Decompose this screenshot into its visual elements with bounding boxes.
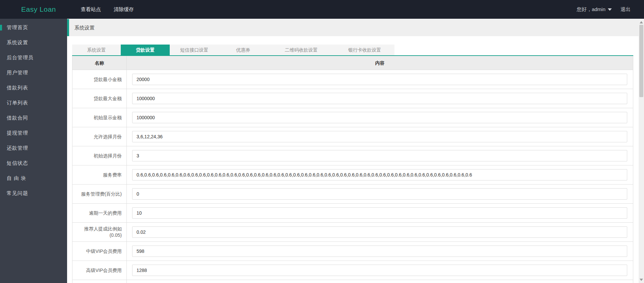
- row-value-cell: [127, 89, 633, 108]
- row-label: 初始显示金额: [72, 108, 127, 127]
- sidebar-item-label: 常见问题: [0, 190, 28, 197]
- table-row: [72, 280, 633, 283]
- table-row: 逾期一天的费用: [72, 204, 633, 223]
- sidebar-item-label: 借款合同: [0, 115, 28, 121]
- row-value-cell: [127, 185, 633, 203]
- table-row: 初始选择月份: [72, 146, 633, 165]
- table-row: 服务管理费(百分比): [72, 185, 633, 204]
- topbar: Easy Loan 查看站点清除缓存 您好，admin 退出: [0, 0, 644, 19]
- table-header-row: 名称 内容: [72, 56, 633, 70]
- row-value-input[interactable]: [132, 112, 627, 123]
- row-value-cell: [127, 261, 633, 280]
- sidebar-item-label: 借款列表: [0, 85, 28, 91]
- topbar-menu-item[interactable]: 查看站点: [81, 0, 101, 19]
- tab[interactable]: 优惠券: [219, 45, 268, 55]
- row-label: 服务管理费(百分比): [72, 185, 127, 203]
- sidebar-item[interactable]: 管理首页: [0, 20, 67, 35]
- sidebar-item[interactable]: 短信状态: [0, 156, 67, 171]
- row-value-cell: [127, 146, 633, 165]
- scrollbar-thumb[interactable]: [639, 25, 643, 97]
- tab[interactable]: 系统设置: [72, 45, 121, 55]
- topbar-menu: 查看站点清除缓存: [81, 0, 134, 19]
- table-body: 贷款最小金额 贷款最大金额 初始显示金额 允许选择月份 初始选择月份: [72, 70, 633, 283]
- row-label: 允许选择月份: [72, 127, 127, 146]
- sidebar-item[interactable]: 自 由 块: [0, 171, 67, 186]
- sidebar-item[interactable]: 系统设置: [0, 35, 67, 50]
- sidebar-item-label: 自 由 块: [0, 175, 26, 182]
- sidebar-item-label: 还款管理: [0, 145, 28, 151]
- sidebar-item[interactable]: 借款列表: [0, 80, 67, 95]
- row-value-cell: [127, 223, 633, 241]
- row-label: 逾期一天的费用: [72, 204, 127, 222]
- tab[interactable]: 短信接口设置: [170, 45, 219, 55]
- table-row: 允许选择月份: [72, 127, 633, 146]
- sidebar-item-label: 后台管理员: [0, 55, 34, 61]
- row-label: 贷款最小金额: [72, 70, 127, 89]
- row-value-input[interactable]: [132, 188, 627, 200]
- row-value-cell: [127, 70, 633, 89]
- row-label: 高级VIP会员费用: [72, 261, 127, 280]
- tab[interactable]: 银行卡收款设置: [335, 45, 394, 55]
- logout-link[interactable]: 退出: [621, 6, 631, 13]
- row-label: 中级VIP会员费用: [72, 242, 127, 261]
- row-value-input[interactable]: [132, 169, 627, 181]
- tab[interactable]: 贷款设置: [121, 45, 170, 55]
- sidebar-item[interactable]: 提现管理: [0, 126, 67, 141]
- topbar-menu-item[interactable]: 清除缓存: [114, 0, 134, 19]
- sidebar: 管理首页 系统设置 后台管理员 用户管理 借款列表 订单列表 借款合同 提现管理…: [0, 19, 67, 283]
- sidebar-item-label: 订单列表: [0, 100, 28, 106]
- vertical-scrollbar[interactable]: [639, 19, 644, 283]
- row-value-input[interactable]: [132, 93, 627, 104]
- app-logo[interactable]: Easy Loan: [21, 0, 56, 19]
- topbar-right: 您好，admin 退出: [577, 0, 631, 19]
- column-header-name: 名称: [72, 56, 127, 70]
- tab[interactable]: 二维码收款设置: [268, 45, 335, 55]
- table-row: 推荐人提成比例如(0.05): [72, 223, 633, 242]
- row-label: [72, 280, 127, 283]
- row-value-cell: [127, 108, 633, 127]
- row-value-input[interactable]: [132, 131, 627, 142]
- row-value-input[interactable]: [132, 150, 627, 161]
- user-dropdown[interactable]: 您好，admin: [577, 6, 612, 13]
- scrollbar-up-arrow-icon[interactable]: [640, 21, 643, 23]
- sidebar-item[interactable]: 用户管理: [0, 65, 67, 80]
- row-value-cell: [127, 204, 633, 222]
- table-row: 中级VIP会员费用: [72, 242, 633, 261]
- row-label: 推荐人提成比例如(0.05): [72, 223, 127, 241]
- table-row: 贷款最小金额: [72, 70, 633, 89]
- sidebar-item[interactable]: 借款合同: [0, 111, 67, 126]
- column-header-content: 内容: [127, 56, 633, 70]
- chevron-down-icon: [608, 8, 612, 11]
- row-value-input[interactable]: [132, 207, 627, 219]
- settings-table: 名称 内容 贷款最小金额 贷款最大金额 初始显示金额 允许选择月份 初: [72, 56, 633, 283]
- active-indicator: [0, 25, 2, 30]
- sidebar-item[interactable]: 还款管理: [0, 141, 67, 156]
- row-value-input[interactable]: [132, 245, 627, 257]
- sidebar-item[interactable]: 常见问题: [0, 186, 67, 201]
- tab-bar: 系统设置贷款设置短信接口设置优惠券二维码收款设置银行卡收款设置: [72, 45, 394, 55]
- row-value-input[interactable]: [132, 74, 627, 85]
- row-label: 服务费率: [72, 165, 127, 184]
- sidebar-item-label: 用户管理: [0, 70, 28, 76]
- sidebar-item[interactable]: 后台管理员: [0, 50, 67, 65]
- breadcrumb-accent-bar: [67, 19, 69, 36]
- sidebar-item[interactable]: 订单列表: [0, 95, 67, 111]
- sidebar-item-label: 系统设置: [0, 40, 28, 46]
- greeting-text: 您好，admin: [577, 6, 605, 13]
- row-value-cell: [127, 242, 633, 261]
- breadcrumb: 系统设置: [67, 19, 639, 36]
- row-value-input[interactable]: [132, 265, 627, 276]
- sidebar-item-label: 提现管理: [0, 130, 28, 136]
- table-row: 服务费率: [72, 165, 633, 185]
- row-value-cell: [127, 127, 633, 146]
- table-row: 初始显示金额: [72, 108, 633, 127]
- row-label: 初始选择月份: [72, 146, 127, 165]
- table-row: 高级VIP会员费用: [72, 261, 633, 280]
- row-label: 贷款最大金额: [72, 89, 127, 108]
- row-value-cell: [127, 280, 633, 283]
- sidebar-item-label: 短信状态: [0, 160, 28, 166]
- scrollbar-down-arrow-icon[interactable]: [640, 279, 643, 281]
- row-value-input[interactable]: [132, 226, 627, 238]
- row-value-cell: [127, 165, 633, 184]
- table-row: 贷款最大金额: [72, 89, 633, 108]
